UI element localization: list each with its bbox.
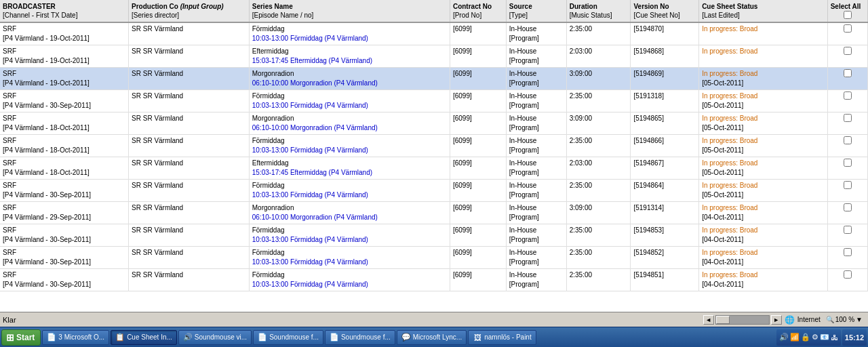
zoom-control[interactable]: 🔍 100 % ▼ [826, 316, 863, 323]
cell-series: Förmiddag 10:03-13:00 Förmiddag (P4 Värm… [249, 135, 450, 157]
cell-contract: [6099] [450, 269, 506, 291]
cell-duration: 2:35:00 [566, 135, 631, 157]
cell-prodco: SR SR Värmland [129, 90, 250, 113]
cell-checkbox [827, 269, 867, 291]
scroll-track[interactable] [715, 315, 770, 325]
series-link[interactable]: 10:03-13:00 Förmiddag (P4 Värmland) [252, 102, 368, 109]
taskbar-item-soundmouse1[interactable]: 🔊Soundmouse vi... [178, 330, 252, 345]
cell-series: Förmiddag 10:03-13:00 Förmiddag (P4 Värm… [249, 180, 450, 202]
series-link[interactable]: 15:03-17:45 Eftermiddag (P4 Värmland) [252, 169, 372, 176]
cell-series: Morgonradion 06:10-10:00 Morgonradion (P… [249, 202, 450, 224]
cell-series: Eftermiddag 15:03-17:45 Eftermiddag (P4 … [249, 45, 450, 68]
taskbar-item-namnlos[interactable]: 🖼namnlös - Paint [468, 330, 536, 345]
taskbar-item-microsoft-o[interactable]: 📄3 Microsoft O... [42, 330, 109, 345]
cell-checkbox [827, 180, 867, 202]
cell-source: In-House [Program] [506, 22, 566, 45]
series-link[interactable]: 10:03-13:00 Förmiddag (P4 Värmland) [252, 191, 368, 199]
row-checkbox[interactable] [844, 24, 852, 33]
status-badge: In progress: Broad [702, 137, 757, 144]
table-row: SRF [P4 Värmland - 18-Oct-2011] SR SR Vä… [0, 113, 868, 135]
taskbar-item-label: Cue Sheet In... [127, 333, 172, 341]
series-link[interactable]: 15:03-17:45 Eftermiddag (P4 Värmland) [252, 57, 372, 64]
cell-cuestatus: In progress: Broad [04-Oct-2011] [699, 269, 828, 291]
cell-prodco: SR SR Värmland [129, 157, 250, 180]
cell-duration: 2:35:00 [566, 224, 631, 247]
status-badge: In progress: Broad [702, 115, 757, 122]
cell-cuestatus: In progress: Broad [05-Oct-2011] [699, 157, 828, 180]
series-link[interactable]: 06:10-10:00 Morgonradion (P4 Värmland) [252, 213, 378, 221]
cell-series: Förmiddag 10:03-13:00 Förmiddag (P4 Värm… [249, 224, 450, 247]
tray-icon-4: ⚙ [812, 333, 818, 342]
taskbar-item-label: Microsoft Lync... [413, 333, 462, 341]
cell-broadcaster: SRF [P4 Värmland - 19-Oct-2011] [0, 45, 129, 68]
taskbar-item-icon: 📋 [115, 333, 125, 342]
row-checkbox[interactable] [844, 203, 852, 211]
internet-text: Internet [797, 316, 821, 323]
cell-duration: 2:35:00 [566, 269, 631, 291]
table-row: SRF [P4 Värmland - 30-Sep-2011] SR SR Vä… [0, 90, 868, 113]
cell-checkbox [827, 22, 867, 45]
cell-broadcaster: SRF [P4 Värmland - 30-Sep-2011] [0, 180, 129, 202]
taskbar-item-label: Soundmouse f... [269, 333, 319, 341]
cell-version: [5191318] [631, 90, 699, 113]
start-button[interactable]: ⊞ Start [1, 329, 41, 346]
select-all-checkbox[interactable] [844, 11, 852, 19]
zoom-dropdown-icon[interactable]: ▼ [856, 316, 863, 323]
row-checkbox[interactable] [844, 114, 852, 122]
cell-version: [5194853] [631, 224, 699, 247]
cell-broadcaster: SRF [P4 Värmland - 18-Oct-2011] [0, 113, 129, 135]
col-header-source: Source [Type] [506, 0, 566, 22]
scroll-right-btn[interactable]: ► [771, 315, 782, 325]
cell-broadcaster: SRF [P4 Värmland - 30-Sep-2011] [0, 90, 129, 113]
taskbar-item-soundmouse2[interactable]: 📄Soundmouse f... [253, 330, 323, 345]
cell-checkbox [827, 113, 867, 135]
cell-prodco: SR SR Värmland [129, 269, 250, 291]
series-link[interactable]: 06:10-10:00 Morgonradion (P4 Värmland) [252, 124, 378, 131]
taskbar-item-label: Soundmouse vi... [195, 333, 247, 341]
taskbar-item-soundmouse3[interactable]: 📄Soundmouse f... [325, 330, 395, 345]
cell-checkbox [827, 247, 867, 269]
horizontal-scrollbar[interactable]: ◄ ► [703, 315, 782, 325]
taskbar-item-microsoft-lync[interactable]: 💬Microsoft Lync... [397, 330, 467, 345]
row-checkbox[interactable] [844, 159, 852, 167]
row-checkbox[interactable] [844, 69, 852, 77]
series-link[interactable]: 10:03-13:00 Förmiddag (P4 Värmland) [252, 236, 368, 243]
row-checkbox[interactable] [844, 181, 852, 189]
cell-version: [5194851] [631, 269, 699, 291]
cell-contract: [6099] [450, 202, 506, 224]
taskbar-item-cue-sheet[interactable]: 📋Cue Sheet In... [111, 330, 177, 345]
row-checkbox[interactable] [844, 136, 852, 144]
cell-checkbox [827, 224, 867, 247]
cell-source: In-House [Program] [506, 90, 566, 113]
scroll-thumb[interactable] [716, 316, 730, 324]
series-link[interactable]: 10:03-13:00 Förmiddag (P4 Värmland) [252, 281, 368, 288]
series-link[interactable]: 06:10-10:00 Morgonradion (P4 Värmland) [252, 79, 378, 87]
status-badge: In progress: Broad [702, 25, 757, 33]
taskbar: ⊞ Start 📄3 Microsoft O...📋Cue Sheet In..… [0, 327, 868, 347]
cell-checkbox [827, 157, 867, 180]
row-checkbox[interactable] [844, 47, 852, 55]
taskbar-item-label: Soundmouse f... [341, 333, 391, 341]
table-row: SRF [P4 Värmland - 30-Sep-2011] SR SR Vä… [0, 224, 868, 247]
row-checkbox[interactable] [844, 91, 852, 100]
cell-prodco: SR SR Värmland [129, 113, 250, 135]
row-checkbox[interactable] [844, 248, 852, 256]
row-checkbox[interactable] [844, 270, 852, 279]
cell-duration: 2:03:00 [566, 45, 631, 68]
tray-icon-3: 🔒 [801, 333, 810, 342]
cell-contract: [6099] [450, 135, 506, 157]
series-link[interactable]: 10:03-13:00 Förmiddag (P4 Värmland) [252, 35, 368, 42]
series-link[interactable]: 10:03-13:00 Förmiddag (P4 Värmland) [252, 258, 368, 266]
series-link[interactable]: 10:03-13:00 Förmiddag (P4 Värmland) [252, 146, 368, 154]
cell-source: In-House [Program] [506, 157, 566, 180]
table-row: SRF [P4 Värmland - 19-Oct-2011] SR SR Vä… [0, 68, 868, 90]
cell-version: [5194865] [631, 113, 699, 135]
table-row: SRF [P4 Värmland - 19-Oct-2011] SR SR Vä… [0, 45, 868, 68]
cell-source: In-House [Program] [506, 224, 566, 247]
tray-icon-6: 🖧 [831, 333, 838, 342]
cell-contract: [6099] [450, 45, 506, 68]
taskbar-item-label: namnlös - Paint [484, 333, 531, 341]
row-checkbox[interactable] [844, 226, 852, 234]
scroll-left-btn[interactable]: ◄ [703, 315, 714, 325]
cell-source: In-House [Program] [506, 45, 566, 68]
